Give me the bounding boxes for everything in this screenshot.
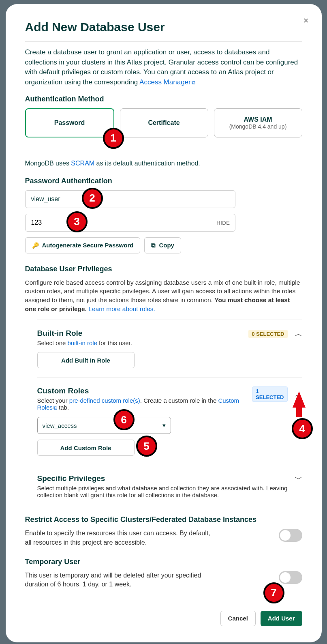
builtin-collapse-icon[interactable]: ︿ [295, 329, 302, 339]
predefined-roles-link[interactable]: pre-defined custom role(s) [69, 397, 140, 404]
restrict-access-toggle[interactable] [279, 529, 302, 542]
builtin-selected-badge: 0 SELECTED [248, 330, 287, 338]
specific-expand-icon[interactable]: ﹀ [295, 474, 302, 484]
privileges-heading: Database User Privileges [25, 265, 302, 273]
close-icon[interactable]: × [303, 15, 309, 26]
annotation-6: 6 [113, 409, 135, 430]
modal-footer: Cancel Add User 7 [25, 600, 302, 626]
auth-option-aws-sub: (MongoDB 4.4 and up) [229, 123, 287, 130]
hide-password-button[interactable]: HIDE [216, 219, 230, 225]
custom-roles-title: Custom Roles [37, 386, 252, 395]
annotation-5: 5 [136, 436, 157, 457]
auth-option-aws-label: AWS IAM [244, 116, 272, 123]
chevron-down-icon: ▾ [162, 422, 166, 429]
auth-method-group: Password 1 Certificate AWS IAM (MongoDB … [25, 108, 302, 137]
access-manager-link[interactable]: Access Manager⧉ [139, 78, 195, 86]
scram-link[interactable]: SCRAM [71, 160, 94, 167]
section-divider [25, 149, 302, 149]
cancel-button[interactable]: Cancel [220, 611, 256, 626]
builtin-role-sub: Select one built-in role for this user. [37, 339, 132, 346]
external-link-icon: ⧉ [53, 405, 57, 411]
intro-text: Create a database user to grant an appli… [25, 47, 302, 88]
add-builtin-role-button[interactable]: Add Built In Role [37, 352, 135, 368]
key-icon: 🔑 [32, 242, 39, 249]
specific-privileges-title: Specific Privileges [37, 474, 295, 483]
annotation-3: 3 [66, 211, 88, 232]
auth-option-password-label: Password [54, 119, 85, 127]
annotation-4: 4 [292, 418, 313, 439]
learn-roles-link[interactable]: Learn more about roles. [87, 305, 155, 312]
copy-password-button[interactable]: ⧉ Copy [144, 237, 181, 253]
specific-privileges-section: Specific Privileges Select multiple priv… [37, 465, 302, 507]
modal-title: Add New Database User [25, 20, 302, 34]
custom-role-select[interactable]: view_access ▾ [37, 417, 171, 434]
copy-icon: ⧉ [151, 242, 156, 249]
username-input[interactable] [25, 190, 236, 208]
custom-selected-badge: 1 SELECTED [252, 386, 287, 402]
annotation-2: 2 [82, 188, 103, 209]
custom-role-select-value: view_access [43, 422, 77, 429]
add-custom-role-button[interactable]: Add Custom Role [37, 440, 135, 456]
auth-method-heading: Authentication Method [25, 95, 302, 103]
autogenerate-password-button[interactable]: 🔑 Autogenerate Secure Password [25, 237, 141, 253]
annotation-arrow-stem [296, 404, 302, 417]
specific-privileges-sub: Select multiple privileges and what data… [37, 485, 295, 498]
temp-user-heading: Temporary User [25, 558, 302, 566]
auth-option-certificate[interactable]: Certificate [120, 108, 208, 137]
divider [25, 41, 302, 42]
external-link-icon: ⧉ [192, 79, 195, 87]
annotation-7: 7 [263, 582, 284, 603]
privileges-desc: Configure role based access control by a… [25, 278, 302, 313]
builtin-role-section: Built-in Role Select one built-in role f… [37, 320, 302, 377]
restrict-heading: Restrict Access to Specific Clusters/Fed… [25, 515, 302, 524]
add-user-button[interactable]: Add User [261, 611, 302, 626]
custom-roles-section: Custom Roles Select your pre-defined cus… [37, 377, 302, 465]
temp-user-desc: This user is temporary and will be delet… [25, 571, 214, 589]
auth-option-password[interactable]: Password 1 [25, 108, 114, 137]
custom-roles-sub: Select your pre-defined custom role(s). … [37, 397, 252, 411]
builtin-role-title: Built-in Role [37, 329, 132, 338]
pwd-auth-heading: Password Authentication [25, 177, 302, 185]
add-user-modal: × Add New Database User Create a databas… [6, 4, 322, 642]
builtin-role-link[interactable]: built-in role [68, 339, 97, 346]
temp-user-toggle[interactable] [279, 571, 302, 584]
annotation-1: 1 [103, 128, 124, 149]
restrict-desc: Enable to specify the resources this use… [25, 529, 214, 547]
scram-note: MongoDB uses SCRAM as its default authen… [25, 160, 302, 167]
auth-option-aws-iam[interactable]: AWS IAM (MongoDB 4.4 and up) [214, 108, 302, 137]
password-input[interactable] [25, 214, 236, 232]
auth-option-certificate-label: Certificate [148, 119, 180, 127]
